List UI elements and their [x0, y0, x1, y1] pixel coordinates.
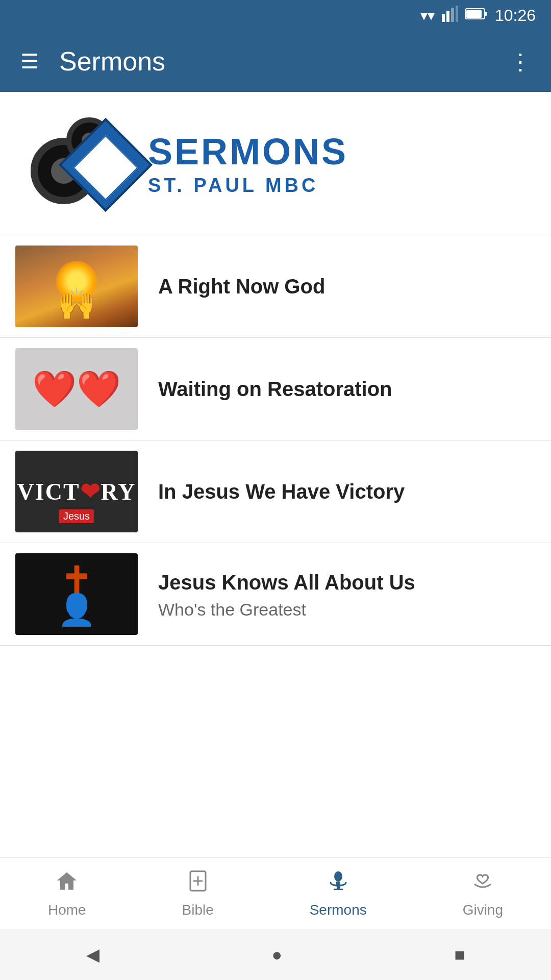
nav-label-home: Home	[48, 902, 86, 918]
nav-item-bible[interactable]: Bible	[167, 864, 229, 923]
nav-label-bible: Bible	[182, 902, 214, 918]
sermon-thumbnail-4: ✝ 👤	[15, 553, 138, 635]
bible-icon	[186, 869, 210, 898]
status-bar: ▾▾ 10:26	[0, 0, 551, 31]
brand-church-label: ST. PAUL MBC	[148, 175, 348, 197]
brand-sermons-label: SERMONS	[148, 131, 348, 173]
menu-icon[interactable]: ☰	[20, 51, 39, 71]
svg-rect-13	[334, 889, 343, 890]
back-button[interactable]: ◀	[86, 944, 99, 965]
sermon-subtitle-4: Who's the Greatest	[158, 600, 536, 620]
sermon-title-2: Waiting on Resatoration	[158, 376, 536, 402]
sermon-thumbnail-2	[15, 348, 138, 430]
sermon-thumbnail-1	[15, 246, 138, 327]
sermon-item[interactable]: ✝ 👤 Jesus Knows All About Us Who's the G…	[0, 543, 551, 646]
svg-rect-2	[451, 8, 454, 22]
home-button[interactable]: ●	[271, 945, 282, 965]
more-options-icon[interactable]: ⋮	[509, 48, 531, 75]
nav-item-sermons[interactable]: Sermons	[294, 864, 382, 923]
sermon-info-2: Waiting on Resatoration	[158, 376, 536, 402]
giving-icon	[471, 869, 494, 898]
svg-rect-12	[337, 887, 340, 889]
wifi-icon: ▾▾	[420, 7, 435, 24]
svg-point-10	[334, 871, 342, 881]
status-icons: ▾▾ 10:26	[420, 6, 536, 26]
app-bar: ☰ Sermons ⋮	[0, 31, 551, 92]
brand-text: SERMONS ST. PAUL MBC	[148, 131, 348, 197]
nav-label-sermons: Sermons	[310, 902, 367, 918]
sermon-info-3: In Jesus We Have Victory	[158, 478, 536, 505]
film-reel-graphic	[31, 117, 143, 209]
svg-rect-6	[485, 12, 487, 16]
sermon-info-1: A Right Now God	[158, 273, 536, 300]
victory-label: VICT❤RY	[17, 478, 136, 505]
sermon-info-4: Jesus Knows All About Us Who's the Great…	[158, 569, 536, 620]
home-icon	[55, 869, 79, 898]
status-time: 10:26	[495, 6, 536, 25]
logo-area: SERMONS ST. PAUL MBC	[31, 117, 348, 209]
sermon-thumbnail-3: VICT❤RY Jesus	[15, 451, 138, 532]
sermon-title-1: A Right Now God	[158, 273, 536, 300]
content-area: SERMONS ST. PAUL MBC A Right Now God Wai…	[0, 92, 551, 857]
header-banner: SERMONS ST. PAUL MBC	[0, 92, 551, 235]
android-nav-bar: ◀ ● ■	[0, 929, 551, 980]
sermon-title-4: Jesus Knows All About Us	[158, 569, 536, 596]
nav-item-home[interactable]: Home	[33, 864, 102, 923]
sermon-title-3: In Jesus We Have Victory	[158, 478, 536, 505]
sermon-item[interactable]: Waiting on Resatoration	[0, 338, 551, 440]
svg-rect-3	[456, 6, 458, 22]
svg-rect-0	[442, 14, 445, 22]
nav-item-giving[interactable]: Giving	[447, 864, 518, 923]
signal-icon	[442, 6, 458, 26]
app-bar-title: Sermons	[59, 46, 509, 77]
battery-icon	[465, 7, 488, 23]
sermon-item[interactable]: VICT❤RY Jesus In Jesus We Have Victory	[0, 440, 551, 543]
recents-button[interactable]: ■	[455, 945, 465, 965]
svg-rect-5	[466, 10, 482, 18]
nav-label-giving: Giving	[463, 902, 503, 918]
bottom-nav: Home Bible Sermons	[0, 857, 551, 929]
sermon-item[interactable]: A Right Now God	[0, 235, 551, 338]
sermon-list: A Right Now God Waiting on Resatoration …	[0, 235, 551, 646]
sermons-icon	[327, 869, 350, 898]
svg-rect-1	[446, 11, 449, 22]
